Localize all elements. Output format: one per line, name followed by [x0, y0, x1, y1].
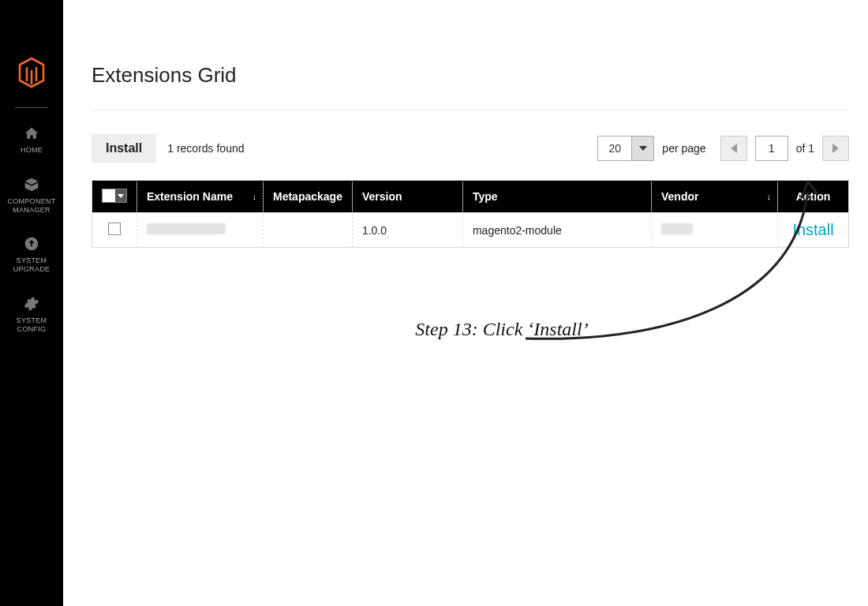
column-extension-name[interactable]: Extension Name ↓ — [137, 181, 264, 213]
column-metapackage[interactable]: Metapackage — [264, 181, 353, 213]
per-page-group: 20 per page — [597, 136, 705, 161]
cell-vendor — [652, 213, 778, 248]
install-button[interactable]: Install — [92, 134, 156, 163]
column-type[interactable]: Type — [462, 181, 651, 213]
column-label: Vendor — [661, 190, 698, 203]
sort-arrow-icon: ↓ — [767, 192, 772, 201]
package-icon — [24, 177, 39, 193]
column-label: Extension Name — [147, 190, 233, 203]
sidebar-item-label: SYSTEM CONFIG — [17, 316, 47, 334]
select-all-checkbox[interactable] — [102, 189, 127, 203]
sidebar-item-system-upgrade[interactable]: SYSTEM UPGRADE — [13, 236, 51, 274]
pager-prev-button[interactable] — [720, 136, 747, 161]
toolbar-left: Install 1 records found — [92, 134, 245, 163]
chevron-down-icon[interactable] — [631, 137, 653, 160]
sidebar-item-label: SYSTEM UPGRADE — [13, 256, 51, 274]
install-action-link[interactable]: Install — [792, 221, 833, 238]
magento-logo-icon — [17, 57, 46, 88]
annotation-overlay: Step 13: Click ‘Install’ — [92, 319, 849, 340]
title-divider — [92, 110, 849, 110]
row-checkbox-cell — [92, 213, 137, 248]
sidebar-item-component-manager[interactable]: COMPONENT MANAGER — [7, 177, 55, 215]
pager-group: of 1 — [720, 136, 849, 161]
sidebar-divider — [15, 107, 48, 108]
column-label: Type — [473, 190, 498, 203]
chevron-down-icon[interactable] — [115, 189, 126, 202]
cell-action: Install — [778, 213, 849, 248]
sidebar-item-label: COMPONENT MANAGER — [7, 197, 55, 215]
gear-icon — [24, 296, 39, 312]
pager-next-button[interactable] — [822, 136, 849, 161]
per-page-label: per page — [662, 142, 705, 155]
column-label: Action — [796, 190, 831, 203]
sidebar-item-system-config[interactable]: SYSTEM CONFIG — [17, 296, 47, 334]
sidebar: HOME COMPONENT MANAGER SYSTEM UPGRADE SY… — [0, 0, 63, 606]
cell-extension-name — [137, 213, 264, 248]
column-vendor[interactable]: Vendor ↓ — [652, 181, 778, 213]
header-checkbox-cell — [92, 181, 137, 213]
records-found-text: 1 records found — [167, 142, 244, 155]
per-page-select[interactable]: 20 — [597, 136, 654, 161]
extensions-grid: Extension Name ↓ Metapackage Version Typ… — [92, 180, 849, 248]
column-version[interactable]: Version — [352, 181, 462, 213]
column-label: Metapackage — [273, 190, 342, 203]
page-title: Extensions Grid — [92, 63, 849, 88]
redacted-text — [147, 223, 226, 234]
main-content: Extensions Grid Install 1 records found … — [63, 0, 868, 606]
toolbar-right: 20 per page of 1 — [597, 136, 849, 161]
pager-of-text: of 1 — [796, 142, 814, 155]
grid-header-row: Extension Name ↓ Metapackage Version Typ… — [92, 181, 849, 213]
column-action: Action — [778, 181, 849, 213]
per-page-value: 20 — [598, 137, 631, 160]
row-checkbox[interactable] — [108, 223, 121, 235]
cell-metapackage — [264, 213, 353, 248]
annotation-text: Step 13: Click ‘Install’ — [155, 319, 849, 340]
toolbar: Install 1 records found 20 per page — [92, 134, 849, 163]
cell-version: 1.0.0 — [352, 213, 462, 248]
home-icon — [24, 125, 39, 141]
sidebar-item-home[interactable]: HOME — [21, 125, 43, 155]
sidebar-item-label: HOME — [21, 146, 43, 155]
checkbox-icon — [103, 189, 115, 202]
table-row: 1.0.0 magento2-module Install — [92, 213, 849, 248]
column-label: Version — [362, 190, 402, 203]
cell-type: magento2-module — [462, 213, 651, 248]
sort-arrow-icon: ↓ — [253, 192, 257, 201]
pager-current-input[interactable] — [755, 136, 788, 161]
upgrade-icon — [24, 236, 39, 252]
redacted-text — [661, 223, 693, 234]
